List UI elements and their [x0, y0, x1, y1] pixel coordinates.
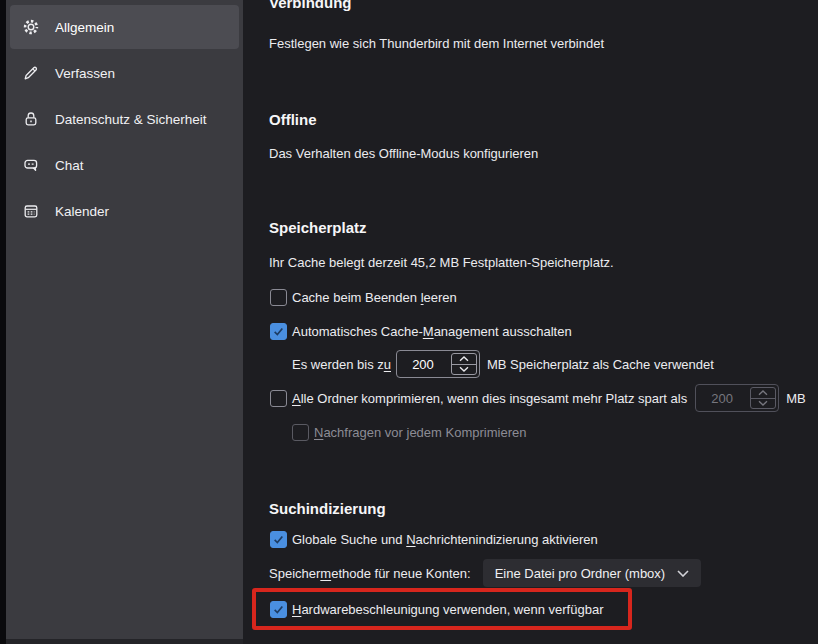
section-title-verbindung: Verbindung	[269, 0, 352, 11]
store-method-row: Speichermethode für neue Konten: Eine Da…	[269, 559, 701, 587]
compact-ask-checkbox[interactable]	[292, 424, 309, 441]
cache-size-label: Es werden bis zu	[292, 357, 391, 372]
lock-icon	[22, 110, 40, 128]
cache-management-checkbox[interactable]	[270, 323, 287, 340]
global-search-label: Globale Suche und Nachrichtenindizierung…	[292, 532, 598, 547]
hardware-accel-checkbox[interactable]	[270, 601, 287, 618]
calendar-icon	[22, 202, 40, 220]
settings-main-pane: Verbindung Festlegen wie sich Thunderbir…	[243, 0, 818, 644]
spinner-down-button[interactable]	[751, 399, 775, 409]
settings-sidebar: Allgemein Verfassen Datenschutz & Sicher…	[6, 0, 243, 644]
pencil-icon	[22, 64, 40, 82]
cache-size-row: Es werden bis zu 200 MB Speicherplatz al…	[292, 350, 714, 378]
cache-size-suffix: MB Speicherplatz als Cache verwendet	[487, 357, 714, 372]
chat-icon	[22, 156, 40, 174]
store-method-label: Speichermethode für neue Konten:	[269, 566, 471, 581]
section-title-offline: Offline	[269, 111, 317, 128]
clear-cache-checkbox[interactable]	[270, 289, 287, 306]
spinner-up-button[interactable]	[751, 388, 775, 399]
cache-size-spinner	[451, 353, 477, 375]
hardware-accel-label: Hardwarebeschleunigung verwenden, wenn v…	[292, 602, 603, 617]
cache-size-value[interactable]: 200	[397, 351, 449, 377]
gear-icon	[22, 18, 40, 36]
section-title-speicherplatz: Speicherplatz	[269, 219, 367, 236]
compact-threshold-value[interactable]: 200	[696, 385, 748, 411]
sidebar-item-label: Datenschutz & Sicherheit	[55, 112, 207, 127]
compact-threshold-suffix: MB	[786, 391, 806, 406]
clear-cache-row[interactable]: Cache beim Beenden leeren	[270, 289, 457, 306]
sidebar-item-kalender[interactable]: Kalender	[10, 189, 239, 233]
clear-cache-label: Cache beim Beenden leeren	[292, 290, 457, 305]
sidebar-item-verfassen[interactable]: Verfassen	[10, 51, 239, 95]
store-method-selected-value: Eine Datei pro Ordner (mbox)	[495, 566, 666, 581]
section-desc-offline: Das Verhalten des Offline-Modus konfigur…	[269, 146, 538, 161]
sidebar-item-chat[interactable]: Chat	[10, 143, 239, 187]
global-search-checkbox[interactable]	[270, 531, 287, 548]
store-method-dropdown[interactable]: Eine Datei pro Ordner (mbox)	[483, 559, 702, 587]
sidebar-item-label: Kalender	[55, 204, 109, 219]
cache-usage-text: Ihr Cache belegt derzeit 45,2 MB Festpla…	[269, 255, 614, 270]
compact-ask-label: Nachfragen vor jedem Komprimieren	[314, 425, 526, 440]
chevron-down-icon	[677, 570, 689, 577]
sidebar-item-label: Verfassen	[55, 66, 115, 81]
compact-folders-checkbox[interactable]	[270, 390, 287, 407]
compact-folders-row[interactable]: Alle Ordner komprimieren, wenn dies insg…	[270, 384, 806, 412]
cache-size-input[interactable]: 200	[396, 350, 480, 378]
sidebar-item-label: Chat	[55, 158, 84, 173]
global-search-row[interactable]: Globale Suche und Nachrichtenindizierung…	[270, 531, 598, 548]
sidebar-item-datenschutz[interactable]: Datenschutz & Sicherheit	[10, 97, 239, 141]
sidebar-item-allgemein[interactable]: Allgemein	[10, 5, 239, 49]
compact-threshold-input[interactable]: 200	[695, 384, 779, 412]
hardware-accel-row[interactable]: Hardwarebeschleunigung verwenden, wenn v…	[270, 592, 603, 626]
section-desc-verbindung: Festlegen wie sich Thunderbird mit dem I…	[269, 36, 604, 51]
window-bottom-edge	[6, 639, 243, 644]
cache-management-label: Automatisches Cache-Management ausschalt…	[292, 324, 572, 339]
thunderbird-settings-window: Allgemein Verfassen Datenschutz & Sicher…	[0, 0, 818, 644]
compact-ask-row[interactable]: Nachfragen vor jedem Komprimieren	[292, 424, 526, 441]
compact-folders-label: Alle Ordner komprimieren, wenn dies insg…	[292, 391, 687, 406]
sidebar-item-label: Allgemein	[55, 20, 114, 35]
compact-threshold-spinner	[750, 387, 776, 409]
spinner-down-button[interactable]	[452, 365, 476, 375]
spinner-up-button[interactable]	[452, 354, 476, 365]
section-title-suchindizierung: Suchindizierung	[269, 500, 386, 517]
cache-management-row[interactable]: Automatisches Cache-Management ausschalt…	[270, 323, 572, 340]
annotation-highlight: Hardwarebeschleunigung verwenden, wenn v…	[252, 588, 632, 630]
